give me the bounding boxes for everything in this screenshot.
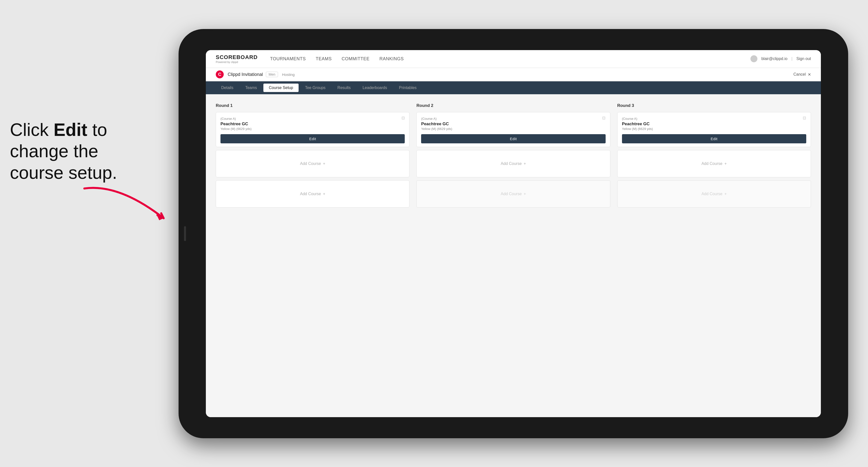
round-2-course-details: Yellow (M) (6629 yds) [421, 127, 606, 131]
round-3-course-label: (Course A) [622, 117, 806, 121]
add-course-1-label: Add Course [300, 161, 321, 166]
user-email: blair@clippd.io [762, 57, 787, 61]
round-2-edit-button[interactable]: Edit [421, 134, 606, 143]
add-course-2-label: Add Course [300, 192, 321, 196]
nav-tournaments[interactable]: TOURNAMENTS [270, 56, 306, 62]
round-2-add-1-icon: + [524, 161, 526, 166]
add-course-1-icon: + [323, 161, 325, 166]
add-course-2-icon: + [323, 192, 325, 196]
round-1-course-label: (Course A) [220, 117, 405, 121]
nav-committee[interactable]: COMMITTEE [342, 56, 370, 62]
tab-details[interactable]: Details [216, 84, 239, 92]
top-nav: SCOREBOARD Powered by clippd TOURNAMENTS… [206, 50, 821, 68]
round-1-column: Round 1 ⊡ (Course A) Peachtree GC Yellow… [216, 103, 409, 211]
round-2-add-course-1[interactable]: Add Course + [416, 150, 610, 177]
round-2-delete-icon[interactable]: ⊡ [601, 115, 607, 121]
tournament-name: Clippd Invitational [228, 72, 263, 77]
tab-results[interactable]: Results [332, 84, 356, 92]
round-3-add-1-icon: + [724, 161, 726, 166]
round-2-course-name: Peachtree GC [421, 122, 606, 126]
round-1-course-name: Peachtree GC [220, 122, 405, 126]
round-3-edit-button[interactable]: Edit [622, 134, 806, 143]
tab-teams[interactable]: Teams [240, 84, 262, 92]
tournament-logo-letter: C [216, 70, 224, 79]
round-2-column: Round 2 ⊡ (Course A) Peachtree GC Yellow… [416, 103, 610, 211]
nav-links: TOURNAMENTS TEAMS COMMITTEE RANKINGS [270, 56, 750, 62]
tab-course-setup[interactable]: Course Setup [264, 84, 299, 92]
round-1-add-course-1[interactable]: Add Course + [216, 150, 409, 177]
scoreboard-logo: SCOREBOARD Powered by clippd [216, 54, 258, 63]
nav-right: blair@clippd.io | Sign out [750, 55, 811, 62]
round-3-title: Round 3 [617, 103, 811, 108]
round-1-title: Round 1 [216, 103, 409, 108]
round-2-add-course-2: Add Course + [416, 180, 610, 208]
tab-leaderboards[interactable]: Leaderboards [357, 84, 393, 92]
round-2-course-card: ⊡ (Course A) Peachtree GC Yellow (M) (66… [416, 112, 610, 147]
sign-out-link[interactable]: Sign out [796, 57, 811, 61]
round-3-delete-icon[interactable]: ⊡ [802, 115, 807, 121]
round-1-edit-button[interactable]: Edit [220, 134, 405, 143]
round-2-add-2-label: Add Course [501, 192, 522, 196]
tablet-shell: SCOREBOARD Powered by clippd TOURNAMENTS… [179, 29, 848, 438]
tab-bar: Details Teams Course Setup Tee Groups Re… [206, 81, 821, 94]
round-3-course-details: Yellow (M) (6629 yds) [622, 127, 806, 131]
tournament-status: Hosting [282, 72, 294, 76]
main-content: Round 1 ⊡ (Course A) Peachtree GC Yellow… [206, 94, 821, 417]
rounds-container: Round 1 ⊡ (Course A) Peachtree GC Yellow… [216, 103, 811, 211]
round-2-add-2-icon: + [524, 192, 526, 196]
tablet-screen: SCOREBOARD Powered by clippd TOURNAMENTS… [206, 50, 821, 417]
round-3-add-2-label: Add Course [701, 192, 722, 196]
round-3-column: Round 3 ⊡ (Course A) Peachtree GC Yellow… [617, 103, 811, 211]
cancel-button[interactable]: Cancel ✕ [793, 72, 811, 77]
round-3-course-card: ⊡ (Course A) Peachtree GC Yellow (M) (66… [617, 112, 811, 147]
tab-tee-groups[interactable]: Tee Groups [300, 84, 331, 92]
round-2-add-1-label: Add Course [501, 161, 522, 166]
tab-printables[interactable]: Printables [394, 84, 422, 92]
tournament-badge: Men [266, 72, 278, 77]
round-3-course-name: Peachtree GC [622, 122, 806, 126]
round-1-add-course-2[interactable]: Add Course + [216, 180, 409, 208]
nav-rankings[interactable]: RANKINGS [379, 56, 404, 62]
round-3-add-1-label: Add Course [701, 161, 722, 166]
nav-divider: | [792, 57, 793, 61]
round-1-course-details: Yellow (M) (6629 yds) [220, 127, 405, 131]
round-2-title: Round 2 [416, 103, 610, 108]
round-2-course-label: (Course A) [421, 117, 606, 121]
tournament-bar: C Clippd Invitational Men Hosting Cancel… [206, 68, 821, 81]
tablet-side-button[interactable] [184, 226, 186, 241]
round-3-add-2-icon: + [724, 192, 726, 196]
annotation-text: Click Edit to change the course setup. [10, 119, 154, 183]
nav-teams[interactable]: TEAMS [316, 56, 332, 62]
round-1-course-card: ⊡ (Course A) Peachtree GC Yellow (M) (66… [216, 112, 409, 147]
logo-sub: Powered by clippd [216, 61, 258, 63]
user-avatar [750, 55, 757, 62]
round-3-add-course-2: Add Course + [617, 180, 811, 208]
round-1-delete-icon[interactable]: ⊡ [400, 115, 406, 121]
round-3-add-course-1[interactable]: Add Course + [617, 150, 811, 177]
logo-main: SCOREBOARD [216, 54, 258, 61]
